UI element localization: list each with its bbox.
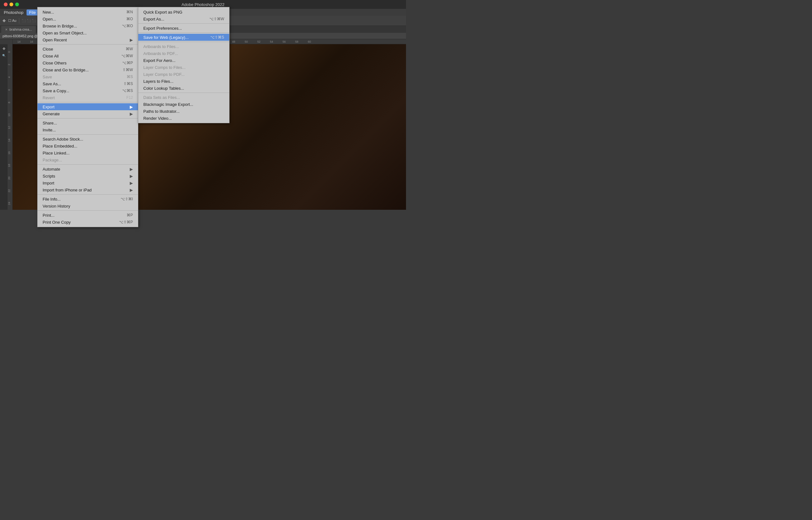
menu-package[interactable]: Package...	[37, 156, 138, 163]
menu-import-iphone[interactable]: Import from iPhone or iPad ▶	[37, 186, 138, 193]
menu-export[interactable]: Export ▶	[37, 103, 138, 110]
menu-close-bridge-shortcut: ⇧⌘W	[122, 68, 133, 72]
export-preferences-label: Export Preferences...	[143, 26, 182, 31]
export-for-aero[interactable]: Export For Aero...	[138, 57, 229, 64]
menu-import[interactable]: Import ▶	[37, 179, 138, 186]
menu-save[interactable]: Save ⌘S	[37, 73, 138, 80]
ruler-num-14: 14	[12, 40, 25, 43]
menu-place-embedded[interactable]: Place Embedded...	[37, 142, 138, 150]
export-artboards-files[interactable]: Artboards to Files...	[138, 43, 229, 50]
export-layer-comps-files[interactable]: Layer Comps to Files...	[138, 64, 229, 71]
menu-open-recent-label: Open Recent	[43, 37, 67, 42]
maximize-button[interactable]	[15, 2, 19, 6]
menu-generate[interactable]: Generate ▶	[37, 110, 138, 117]
menu-open-recent[interactable]: Open Recent ▶	[37, 36, 138, 43]
export-divider-1	[138, 23, 229, 24]
export-divider-3	[138, 42, 229, 42]
rv-8: 8	[7, 96, 12, 109]
menu-version-history-label: Version History	[43, 204, 70, 208]
menu-import-label: Import	[43, 181, 54, 185]
menu-revert-label: Revert	[43, 96, 55, 100]
export-preferences[interactable]: Export Preferences...	[138, 25, 229, 32]
export-data-sets[interactable]: Data Sets as Files...	[138, 94, 229, 101]
ruler-num-56: 56	[278, 40, 290, 43]
menu-scripts[interactable]: Scripts ▶	[37, 173, 138, 179]
menu-new[interactable]: New... ⌘N	[37, 8, 138, 16]
menu-new-shortcut: ⌘N	[126, 10, 133, 14]
export-artboards-pdf[interactable]: Artboards to PDF...	[138, 50, 229, 57]
menu-print-label: Print...	[43, 213, 55, 218]
menu-new-label: New...	[43, 10, 54, 15]
menu-print-shortcut: ⌘P	[127, 213, 133, 217]
menu-automate-label: Automate	[43, 167, 60, 172]
menu-open-smart-label: Open as Smart Object...	[43, 31, 86, 35]
menu-close-all-shortcut: ⌥⌘W	[121, 54, 133, 58]
export-blackmagic[interactable]: Blackmagic Image Export...	[138, 101, 229, 108]
export-render-video[interactable]: Render Video...	[138, 115, 229, 122]
export-paths-illustrator[interactable]: Paths to Illustrator...	[138, 108, 229, 115]
menu-browse-bridge[interactable]: Browse in Bridge... ⌥⌘O	[37, 22, 138, 29]
menu-divider-7	[37, 210, 138, 211]
menu-file-info[interactable]: File Info... ⌥⇧⌘I	[37, 196, 138, 203]
menu-file[interactable]: File	[27, 9, 38, 16]
move-tool-icon[interactable]: ✥	[2, 19, 6, 23]
menu-print[interactable]: Print... ⌘P	[37, 212, 138, 218]
menu-export-label: Export	[43, 105, 55, 109]
menu-invite[interactable]: Invite...	[37, 126, 138, 133]
menu-search-stock[interactable]: Search Adobe Stock...	[37, 135, 138, 142]
export-color-lookup[interactable]: Color Lookup Tables...	[138, 85, 229, 92]
tab-close-icon[interactable]: ✕	[5, 28, 7, 31]
export-as[interactable]: Export As... ⌥⇧⌘W	[138, 16, 229, 22]
menu-save-copy[interactable]: Save a Copy... ⌥⌘S	[37, 87, 138, 94]
menu-revert[interactable]: Revert F12	[37, 94, 138, 101]
align-right-icon[interactable]: ⬛	[32, 19, 36, 22]
move-tool[interactable]: ✥	[1, 46, 7, 52]
app-title: Adobe Photoshop 2022	[181, 2, 224, 7]
rv-6: 6	[7, 83, 12, 96]
traffic-lights	[4, 2, 19, 6]
export-layers-files[interactable]: Layers to Files...	[138, 78, 229, 85]
menu-close-all[interactable]: Close All ⌥⌘W	[37, 52, 138, 59]
document-tab[interactable]: ✕ brahma-crea...	[1, 26, 36, 33]
menu-print-one-label: Print One Copy	[43, 220, 71, 225]
menu-version-history[interactable]: Version History	[37, 203, 138, 209]
close-button[interactable]	[4, 2, 7, 6]
menu-save-as-label: Save As...	[43, 81, 61, 86]
export-quick-png[interactable]: Quick Export as PNG	[138, 8, 229, 16]
menu-package-label: Package...	[43, 158, 62, 162]
export-data-sets-label: Data Sets as Files...	[143, 95, 180, 100]
align-left-icon[interactable]: ⬛	[22, 19, 26, 22]
auto-checkbox[interactable]: ☐ Au	[8, 19, 17, 23]
export-layer-comps-pdf[interactable]: Layer Comps to PDF...	[138, 71, 229, 78]
menu-close[interactable]: Close ⌘W	[37, 46, 138, 52]
ruler-num-50: 50	[240, 40, 253, 43]
ruler-v-numbers: 0 2 4 6 8 10 12 14 16 18 20 22 24	[7, 44, 12, 210]
minimize-button[interactable]	[9, 2, 13, 6]
menu-place-linked[interactable]: Place Linked...	[37, 150, 138, 156]
export-artboards-files-label: Artboards to Files...	[143, 44, 179, 49]
menu-close-bridge-label: Close and Go to Bridge...	[43, 68, 89, 72]
menu-open[interactable]: Open... ⌘O	[37, 16, 138, 22]
export-quick-png-label: Quick Export as PNG	[143, 10, 183, 15]
zoom-tool[interactable]: 🔍	[1, 52, 7, 59]
menu-generate-label: Generate	[43, 111, 60, 116]
export-for-aero-label: Export For Aero...	[143, 58, 175, 63]
rv-16: 16	[7, 147, 12, 159]
menu-save-label: Save	[43, 75, 52, 79]
menu-save-as[interactable]: Save As... ⇧⌘S	[37, 80, 138, 87]
tools-panel: ✥ 🔍	[0, 44, 7, 210]
menu-browse-bridge-shortcut: ⌥⌘O	[122, 24, 133, 28]
menu-automate[interactable]: Automate ▶	[37, 165, 138, 173]
export-save-web[interactable]: Save for Web (Legacy)... ⌥⇧⌘S	[138, 34, 229, 41]
rv-0: 0	[7, 46, 12, 58]
align-center-icon[interactable]: ⬛	[27, 19, 31, 22]
export-layer-comps-files-label: Layer Comps to Files...	[143, 65, 186, 70]
menu-open-smart[interactable]: Open as Smart Object...	[37, 29, 138, 36]
menu-import-iphone-label: Import from iPhone or iPad	[43, 188, 91, 192]
menu-print-one[interactable]: Print One Copy ⌥⇧⌘P	[37, 218, 138, 226]
menu-close-bridge[interactable]: Close and Go to Bridge... ⇧⌘W	[37, 66, 138, 73]
menu-share[interactable]: Share...	[37, 120, 138, 126]
menu-photoshop[interactable]: Photoshop	[1, 9, 26, 16]
menu-close-others[interactable]: Close Others ⌥⌘P	[37, 59, 138, 66]
menu-divider-1	[37, 44, 138, 45]
